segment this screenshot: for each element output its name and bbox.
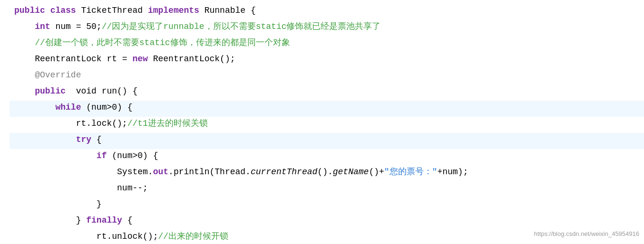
token xyxy=(14,167,117,177)
token xyxy=(14,70,35,80)
code-line: rt.lock();//t1进去的时候关锁 xyxy=(10,117,644,133)
token: +num); xyxy=(437,167,468,177)
token: //创建一个锁，此时不需要static修饰，传进来的都是同一个对象 xyxy=(35,38,290,47)
token: num--; xyxy=(117,183,148,193)
code-line: if (num>0) { xyxy=(10,149,644,165)
token xyxy=(14,38,35,47)
line-content: public class TicketThread implements Run… xyxy=(14,4,256,18)
code-container: public class TicketThread implements Run… xyxy=(0,0,644,244)
code-line: num--; xyxy=(10,181,644,197)
token: Runnable { xyxy=(205,6,256,15)
token xyxy=(14,103,55,112)
token: (). xyxy=(317,167,332,177)
token: num = 50; xyxy=(55,22,101,31)
line-content: int num = 50;//因为是实现了runnable，所以不需要stati… xyxy=(14,20,381,34)
line-content: rt.unlock();//出来的时候开锁 xyxy=(14,230,228,244)
line-content: ReentrantLock rt = new ReentrantLock(); xyxy=(14,52,235,66)
watermark: https://blog.csdn.net/weixin_45954916 xyxy=(534,229,639,239)
token: out xyxy=(153,167,168,177)
line-content: while (num>0) { xyxy=(14,101,132,114)
token: public xyxy=(14,6,50,15)
token: (num>0) { xyxy=(86,103,132,112)
token: ReentrantLock(); xyxy=(153,54,235,64)
token: finally xyxy=(86,216,127,225)
line-content: rt.lock();//t1进去的时候关锁 xyxy=(14,117,208,131)
token xyxy=(14,135,76,144)
token: public xyxy=(35,86,71,96)
line-content: } xyxy=(14,197,102,211)
line-content: } finally { xyxy=(14,214,132,227)
token: int xyxy=(35,22,55,31)
token: getName xyxy=(333,167,369,177)
token xyxy=(14,86,35,96)
line-content: num--; xyxy=(14,181,148,195)
token xyxy=(14,22,35,31)
token: run() { xyxy=(102,86,138,96)
line-content: //创建一个锁，此时不需要static修饰，传进来的都是同一个对象 xyxy=(14,36,290,50)
code-line: try { xyxy=(10,133,644,149)
line-content: if (num>0) { xyxy=(14,149,158,163)
code-line: while (num>0) { xyxy=(10,101,644,117)
token: .println(Thread. xyxy=(168,167,251,177)
token: void xyxy=(71,86,102,96)
token xyxy=(14,216,76,225)
token: //因为是实现了runnable，所以不需要static修饰就已经是票池共享了 xyxy=(102,22,381,31)
token: try xyxy=(76,135,97,144)
token: ()+ xyxy=(369,167,384,177)
line-content: System.out.println(Thread.currentThread(… xyxy=(14,165,468,179)
code-line: ReentrantLock rt = new ReentrantLock(); xyxy=(10,52,644,68)
token: while xyxy=(55,103,86,112)
token: new xyxy=(132,54,153,64)
code-line: public class TicketThread implements Run… xyxy=(10,4,644,20)
token: //t1进去的时候关锁 xyxy=(127,119,208,128)
token xyxy=(14,151,97,160)
token xyxy=(14,183,117,193)
code-line: public void run() { xyxy=(10,84,644,101)
token: if xyxy=(97,151,112,160)
code-line: System.out.println(Thread.currentThread(… xyxy=(10,165,644,181)
token: } xyxy=(97,199,102,209)
code-line: @Override xyxy=(10,68,644,84)
line-content: public void run() { xyxy=(14,84,137,98)
token: (num>0) { xyxy=(112,151,158,160)
token: //出来的时候开锁 xyxy=(158,232,228,241)
token: { xyxy=(97,135,102,144)
token xyxy=(14,232,97,241)
token: ReentrantLock rt = xyxy=(35,54,132,64)
token: } xyxy=(76,216,87,225)
code-line: } xyxy=(10,197,644,214)
token: class xyxy=(50,6,81,15)
token: { xyxy=(127,216,133,225)
line-content: try { xyxy=(14,133,102,147)
token: rt.unlock(); xyxy=(97,232,158,241)
token xyxy=(14,199,97,209)
token: @Override xyxy=(35,70,81,80)
code-line: int num = 50;//因为是实现了runnable，所以不需要stati… xyxy=(10,20,644,36)
token: "您的票号：" xyxy=(384,167,438,177)
code-line: //创建一个锁，此时不需要static修饰，传进来的都是同一个对象 xyxy=(10,36,644,52)
code-lines: public class TicketThread implements Run… xyxy=(10,4,644,244)
token: currentThread xyxy=(251,167,317,177)
token: implements xyxy=(148,6,205,15)
token: System. xyxy=(117,167,153,177)
code-line: } finally { xyxy=(10,214,644,230)
token: rt.lock(); xyxy=(76,119,127,128)
token: TicketThread xyxy=(81,6,147,15)
line-content: @Override xyxy=(14,68,81,82)
token xyxy=(14,54,35,64)
token xyxy=(14,119,76,128)
